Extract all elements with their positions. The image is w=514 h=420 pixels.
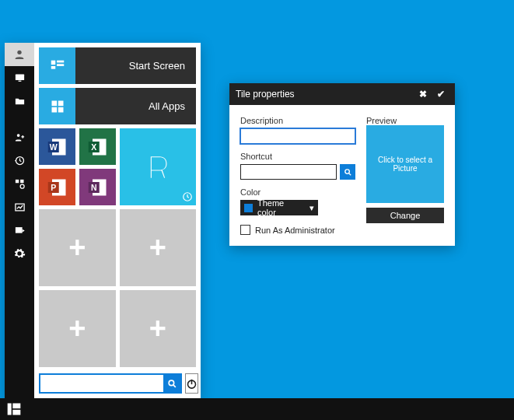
tile-empty[interactable]: +	[39, 290, 116, 367]
start-menu: Start Screen All Apps W X	[5, 43, 201, 398]
plus-icon: +	[149, 231, 166, 264]
tile-label: All Apps	[149, 100, 185, 112]
plus-icon: +	[68, 231, 86, 264]
tiles-area: Start Screen All Apps W X	[34, 43, 201, 398]
tile-label: Start Screen	[129, 60, 185, 72]
tile-start-screen[interactable]: Start Screen	[39, 47, 196, 84]
confirm-icon[interactable]: ✔	[433, 86, 449, 102]
svg-point-3	[16, 134, 19, 137]
svg-rect-34	[8, 404, 12, 415]
start-button[interactable]	[6, 401, 22, 417]
description-label: Description	[240, 116, 355, 125]
svg-text:W: W	[49, 142, 57, 151]
chart-icon[interactable]	[5, 195, 34, 219]
widgets-gear-icon[interactable]	[5, 172, 34, 195]
preview-hint: Click to select a Picture	[371, 156, 439, 173]
search-box[interactable]	[39, 373, 182, 394]
plus-icon: +	[68, 312, 86, 345]
svg-rect-17	[58, 107, 63, 112]
tile-readiris[interactable]	[120, 128, 196, 205]
svg-rect-16	[51, 107, 57, 112]
dialog-titlebar[interactable]: Tile properties ✖ ✔	[229, 83, 455, 105]
color-value: Theme color	[257, 198, 305, 217]
tile-empty[interactable]: +	[120, 209, 197, 286]
search-icon[interactable]	[163, 375, 180, 392]
folder-icon[interactable]	[5, 89, 34, 113]
svg-text:P: P	[51, 182, 56, 191]
power-button[interactable]	[185, 373, 198, 394]
svg-point-0	[17, 51, 21, 54]
tile-properties-dialog: Tile properties ✖ ✔ Description Shortcut…	[229, 83, 455, 246]
run-as-admin-label: Run As Administrator	[255, 226, 335, 235]
svg-point-7	[20, 184, 24, 188]
close-icon[interactable]: ✖	[415, 86, 431, 102]
user-icon[interactable]	[5, 43, 34, 66]
tile-onenote[interactable]: N	[79, 169, 116, 205]
tile-powerpoint[interactable]: P	[39, 169, 75, 205]
color-select[interactable]: Theme color ▾	[240, 200, 318, 215]
svg-rect-9	[15, 227, 22, 233]
svg-rect-2	[18, 80, 21, 81]
start-rail	[5, 43, 34, 398]
tile-all-apps[interactable]: All Apps	[39, 88, 196, 124]
color-label: Color	[240, 187, 355, 197]
chevron-down-icon: ▾	[309, 203, 314, 213]
color-swatch	[244, 204, 253, 212]
preview-label: Preview	[366, 116, 444, 125]
svg-point-33	[344, 169, 349, 173]
description-field[interactable]	[240, 128, 355, 144]
user-add-icon[interactable]	[5, 125, 34, 149]
shortcut-field[interactable]	[240, 164, 337, 180]
svg-rect-11	[51, 66, 55, 69]
tile-empty[interactable]: +	[120, 290, 197, 367]
svg-text:X: X	[91, 142, 96, 151]
tile-word[interactable]: W	[39, 128, 75, 165]
svg-rect-5	[15, 179, 18, 182]
svg-rect-1	[15, 74, 23, 80]
run-as-admin-checkbox[interactable]	[240, 225, 250, 235]
svg-point-31	[169, 380, 174, 386]
preview-picture[interactable]: Click to select a Picture	[366, 125, 444, 203]
change-button[interactable]: Change	[366, 208, 444, 223]
browse-shortcut-button[interactable]	[340, 164, 355, 180]
history-icon[interactable]	[5, 149, 34, 172]
svg-rect-35	[12, 404, 20, 409]
search-input[interactable]	[40, 375, 163, 392]
svg-rect-12	[57, 60, 64, 62]
run-icon[interactable]	[5, 219, 34, 242]
svg-text:N: N	[90, 182, 96, 191]
svg-rect-36	[12, 410, 20, 415]
svg-rect-14	[51, 100, 57, 106]
tile-empty[interactable]: +	[39, 209, 116, 286]
plus-icon: +	[149, 312, 166, 345]
start-screen-icon	[39, 47, 75, 84]
settings-gear-icon[interactable]	[5, 242, 34, 265]
svg-rect-13	[57, 64, 64, 66]
svg-rect-15	[58, 100, 63, 106]
dialog-title: Tile properties	[236, 89, 295, 100]
monitor-icon[interactable]	[5, 66, 34, 89]
all-apps-icon	[39, 88, 75, 124]
tile-excel[interactable]: X	[79, 128, 116, 165]
svg-rect-10	[51, 60, 55, 65]
taskbar	[0, 398, 514, 420]
svg-rect-6	[20, 179, 23, 182]
shortcut-label: Shortcut	[240, 152, 355, 161]
